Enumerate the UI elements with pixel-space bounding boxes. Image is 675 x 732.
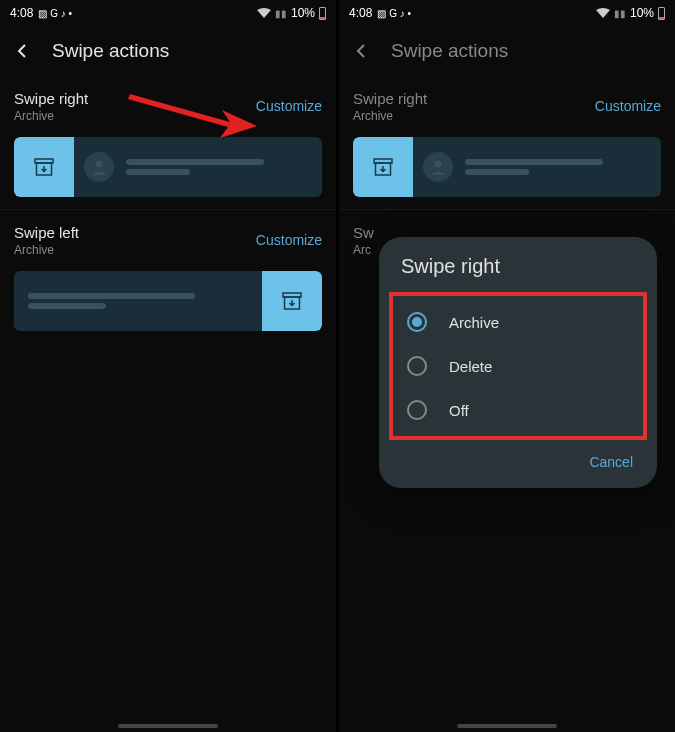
radio-delete[interactable]	[407, 356, 427, 376]
archive-tab-left	[262, 271, 322, 331]
section-title-right: Swipe right	[353, 90, 427, 107]
back-icon[interactable]	[353, 42, 371, 60]
preview-lines	[453, 155, 661, 179]
preview-lines	[14, 289, 262, 313]
section-swipe-left: Swipe left Archive Customize	[0, 210, 336, 337]
header: Swipe actions	[0, 26, 336, 76]
battery-pct: 10%	[630, 6, 654, 20]
page-title: Swipe actions	[52, 40, 169, 62]
options-highlight: Archive Delete Off	[389, 292, 647, 440]
archive-icon	[282, 292, 302, 310]
cancel-button[interactable]: Cancel	[589, 454, 633, 470]
customize-right[interactable]: Customize	[595, 98, 661, 114]
avatar	[84, 152, 114, 182]
radio-archive[interactable]	[407, 312, 427, 332]
screen-right: 4:08 ▧ G ♪ • ▮▮ 10% Swipe actions Swipe …	[339, 0, 675, 732]
back-icon[interactable]	[14, 42, 32, 60]
status-time: 4:08	[349, 6, 372, 20]
signal-icon: ▮▮	[614, 8, 626, 19]
archive-tab-right	[353, 137, 413, 197]
page-title: Swipe actions	[391, 40, 508, 62]
section-title-right: Swipe right	[14, 90, 88, 107]
nav-handle[interactable]	[118, 724, 218, 728]
battery-icon	[658, 7, 665, 20]
svg-point-2	[96, 161, 103, 168]
svg-point-7	[435, 161, 442, 168]
section-title-left: Swipe left	[14, 224, 79, 241]
header: Swipe actions	[339, 26, 675, 76]
screen-left: 4:08 ▧ G ♪ • ▮▮ 10% Swipe actions Swipe …	[0, 0, 336, 732]
dialog-swipe-right: Swipe right Archive Delete Off Cancel	[379, 237, 657, 488]
wifi-icon	[257, 8, 271, 19]
status-bar: 4:08 ▧ G ♪ • ▮▮ 10%	[339, 0, 675, 26]
preview-right	[14, 137, 322, 197]
option-off[interactable]: Off	[393, 388, 643, 432]
option-archive[interactable]: Archive	[393, 300, 643, 344]
preview-lines	[114, 155, 322, 179]
status-icons-left: ▧ G ♪ •	[377, 8, 411, 19]
option-label-off: Off	[449, 402, 469, 419]
section-sub-left: Archive	[14, 243, 79, 257]
option-label-delete: Delete	[449, 358, 492, 375]
section-title-left: Sw	[353, 224, 374, 241]
option-label-archive: Archive	[449, 314, 499, 331]
archive-tab-right	[14, 137, 74, 197]
archive-icon	[34, 158, 54, 176]
avatar	[423, 152, 453, 182]
status-time: 4:08	[10, 6, 33, 20]
battery-pct: 10%	[291, 6, 315, 20]
preview-right	[353, 137, 661, 197]
nav-handle[interactable]	[457, 724, 557, 728]
dialog-title: Swipe right	[379, 255, 657, 292]
section-swipe-right: Swipe right Archive Customize	[339, 76, 675, 203]
option-delete[interactable]: Delete	[393, 344, 643, 388]
section-sub-right: Archive	[353, 109, 427, 123]
section-swipe-right: Swipe right Archive Customize	[0, 76, 336, 203]
status-bar: 4:08 ▧ G ♪ • ▮▮ 10%	[0, 0, 336, 26]
section-sub-left: Arc	[353, 243, 374, 257]
radio-off[interactable]	[407, 400, 427, 420]
customize-left[interactable]: Customize	[256, 232, 322, 248]
customize-right[interactable]: Customize	[256, 98, 322, 114]
battery-icon	[319, 7, 326, 20]
wifi-icon	[596, 8, 610, 19]
preview-left	[14, 271, 322, 331]
status-icons-left: ▧ G ♪ •	[38, 8, 72, 19]
signal-icon: ▮▮	[275, 8, 287, 19]
archive-icon	[373, 158, 393, 176]
section-sub-right: Archive	[14, 109, 88, 123]
